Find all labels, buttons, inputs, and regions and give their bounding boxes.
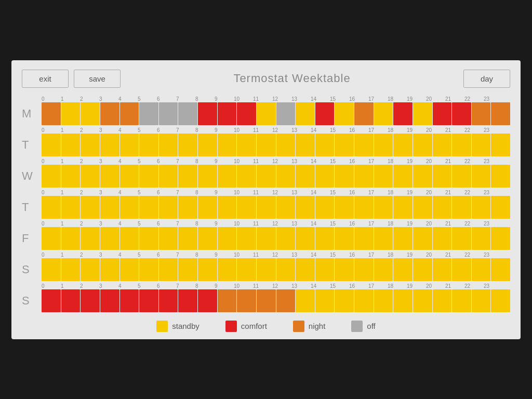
schedule-cell[interactable] xyxy=(159,134,178,156)
schedule-cell[interactable] xyxy=(42,102,61,125)
schedule-cell[interactable] xyxy=(491,165,510,188)
schedule-cell[interactable] xyxy=(315,227,335,250)
schedule-cell[interactable] xyxy=(335,165,354,188)
schedule-cell[interactable] xyxy=(139,289,158,312)
schedule-cell[interactable] xyxy=(433,227,452,250)
schedule-cell[interactable] xyxy=(276,134,296,156)
schedule-cell[interactable] xyxy=(218,289,237,312)
schedule-cell[interactable] xyxy=(198,102,217,125)
schedule-cell[interactable] xyxy=(218,227,237,250)
schedule-cell[interactable] xyxy=(139,258,158,281)
schedule-cell[interactable] xyxy=(198,258,217,281)
schedule-cell[interactable] xyxy=(100,102,119,125)
schedule-cell[interactable] xyxy=(100,134,119,156)
schedule-cell[interactable] xyxy=(42,134,61,156)
schedule-cell[interactable] xyxy=(61,102,81,125)
schedule-cell[interactable] xyxy=(315,196,335,219)
schedule-cell[interactable] xyxy=(354,227,374,250)
schedule-cell[interactable] xyxy=(139,102,158,125)
schedule-cell[interactable] xyxy=(335,258,354,281)
schedule-cell[interactable] xyxy=(433,289,452,312)
schedule-cell[interactable] xyxy=(61,134,81,156)
schedule-cell[interactable] xyxy=(81,196,100,219)
schedule-cell[interactable] xyxy=(61,258,81,281)
schedule-cell[interactable] xyxy=(452,289,471,312)
schedule-cell[interactable] xyxy=(452,196,471,219)
schedule-cell[interactable] xyxy=(218,134,237,156)
schedule-cell[interactable] xyxy=(452,102,471,125)
schedule-cell[interactable] xyxy=(335,289,354,312)
schedule-cell[interactable] xyxy=(315,134,335,156)
schedule-cell[interactable] xyxy=(393,196,413,219)
schedule-cell[interactable] xyxy=(296,258,315,281)
schedule-cell[interactable] xyxy=(276,165,296,188)
schedule-cell[interactable] xyxy=(433,165,452,188)
schedule-cell[interactable] xyxy=(257,134,276,156)
schedule-cell[interactable] xyxy=(276,102,296,125)
schedule-cell[interactable] xyxy=(237,289,256,312)
schedule-cell[interactable] xyxy=(315,289,335,312)
schedule-cell[interactable] xyxy=(159,289,178,312)
schedule-cell[interactable] xyxy=(433,258,452,281)
schedule-cell[interactable] xyxy=(100,196,119,219)
schedule-cell[interactable] xyxy=(159,196,178,219)
schedule-cell[interactable] xyxy=(452,258,471,281)
schedule-cell[interactable] xyxy=(491,134,510,156)
schedule-cell[interactable] xyxy=(433,196,452,219)
schedule-cell[interactable] xyxy=(393,227,413,250)
schedule-cell[interactable] xyxy=(335,134,354,156)
schedule-cell[interactable] xyxy=(42,196,61,219)
schedule-cell[interactable] xyxy=(433,134,452,156)
schedule-cell[interactable] xyxy=(42,258,61,281)
schedule-cell[interactable] xyxy=(296,165,315,188)
schedule-cell[interactable] xyxy=(315,102,335,125)
schedule-cell[interactable] xyxy=(276,196,296,219)
schedule-cell[interactable] xyxy=(393,102,413,125)
schedule-cell[interactable] xyxy=(413,227,432,250)
schedule-cell[interactable] xyxy=(139,196,158,219)
schedule-cell[interactable] xyxy=(413,134,432,156)
schedule-cell[interactable] xyxy=(81,289,100,312)
schedule-cell[interactable] xyxy=(393,165,413,188)
schedule-cell[interactable] xyxy=(237,196,256,219)
schedule-cell[interactable] xyxy=(61,289,81,312)
schedule-cell[interactable] xyxy=(159,102,178,125)
save-button[interactable]: save xyxy=(74,70,121,88)
schedule-cell[interactable] xyxy=(354,289,374,312)
schedule-cell[interactable] xyxy=(257,102,276,125)
schedule-cell[interactable] xyxy=(198,134,217,156)
schedule-cell[interactable] xyxy=(472,165,491,188)
schedule-cell[interactable] xyxy=(237,102,256,125)
schedule-cell[interactable] xyxy=(354,258,374,281)
schedule-cell[interactable] xyxy=(413,165,432,188)
schedule-cell[interactable] xyxy=(198,289,217,312)
schedule-cell[interactable] xyxy=(218,196,237,219)
schedule-cell[interactable] xyxy=(237,165,256,188)
schedule-cell[interactable] xyxy=(100,165,119,188)
schedule-cell[interactable] xyxy=(159,165,178,188)
schedule-cell[interactable] xyxy=(354,196,374,219)
schedule-cell[interactable] xyxy=(491,227,510,250)
schedule-cell[interactable] xyxy=(472,196,491,219)
exit-button[interactable]: exit xyxy=(22,70,69,88)
schedule-cell[interactable] xyxy=(81,165,100,188)
schedule-cell[interactable] xyxy=(198,227,217,250)
schedule-cell[interactable] xyxy=(491,102,510,125)
schedule-cell[interactable] xyxy=(159,227,178,250)
schedule-cell[interactable] xyxy=(139,165,158,188)
schedule-cell[interactable] xyxy=(100,227,119,250)
schedule-cell[interactable] xyxy=(393,134,413,156)
schedule-cell[interactable] xyxy=(120,227,139,250)
schedule-cell[interactable] xyxy=(374,165,393,188)
schedule-cell[interactable] xyxy=(374,134,393,156)
schedule-cell[interactable] xyxy=(413,289,432,312)
schedule-cell[interactable] xyxy=(335,102,354,125)
schedule-cell[interactable] xyxy=(178,102,197,125)
schedule-cell[interactable] xyxy=(335,227,354,250)
schedule-cell[interactable] xyxy=(257,258,276,281)
schedule-cell[interactable] xyxy=(472,227,491,250)
schedule-cell[interactable] xyxy=(198,165,217,188)
schedule-cell[interactable] xyxy=(120,258,139,281)
schedule-cell[interactable] xyxy=(81,102,100,125)
schedule-cell[interactable] xyxy=(276,258,296,281)
